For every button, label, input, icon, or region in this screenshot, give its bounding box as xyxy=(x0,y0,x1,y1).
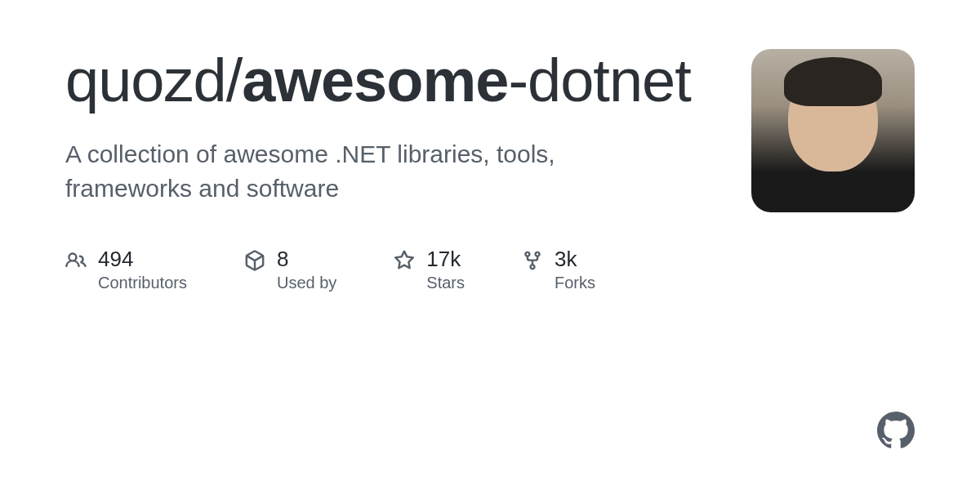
fork-icon xyxy=(522,250,543,271)
forks-label: Forks xyxy=(555,274,595,292)
avatar[interactable] xyxy=(751,49,915,212)
repo-name-rest[interactable]: -dotnet xyxy=(508,47,690,114)
stat-contributors[interactable]: 494 Contributors xyxy=(65,247,187,292)
people-icon xyxy=(65,250,87,271)
repo-name-bold[interactable]: awesome xyxy=(242,47,508,114)
main-row: quozd/awesome-dotnet A collection of awe… xyxy=(65,49,915,292)
stat-forks[interactable]: 3k Forks xyxy=(522,247,595,292)
contributors-label: Contributors xyxy=(98,274,187,292)
repo-owner[interactable]: quozd xyxy=(65,47,226,114)
usedby-count: 8 xyxy=(277,247,336,272)
repo-slash: / xyxy=(226,47,243,114)
stat-stars[interactable]: 17k Stars xyxy=(394,247,465,292)
stat-text: 494 Contributors xyxy=(98,247,187,292)
github-logo-icon[interactable] xyxy=(877,412,915,449)
usedby-label: Used by xyxy=(277,274,336,292)
contributors-count: 494 xyxy=(98,247,187,272)
content-column: quozd/awesome-dotnet A collection of awe… xyxy=(65,49,702,292)
stat-text: 17k Stars xyxy=(426,247,465,292)
package-icon xyxy=(244,250,265,271)
stars-count: 17k xyxy=(426,247,465,272)
repo-description: A collection of awesome .NET libraries, … xyxy=(65,137,662,206)
stat-text: 8 Used by xyxy=(277,247,336,292)
stat-usedby[interactable]: 8 Used by xyxy=(244,247,336,292)
stat-text: 3k Forks xyxy=(555,247,595,292)
forks-count: 3k xyxy=(555,247,595,272)
star-icon xyxy=(394,250,415,271)
repo-title: quozd/awesome-dotnet xyxy=(65,49,702,113)
stats-row: 494 Contributors 8 Used by 17k xyxy=(65,247,702,292)
stars-label: Stars xyxy=(426,274,465,292)
